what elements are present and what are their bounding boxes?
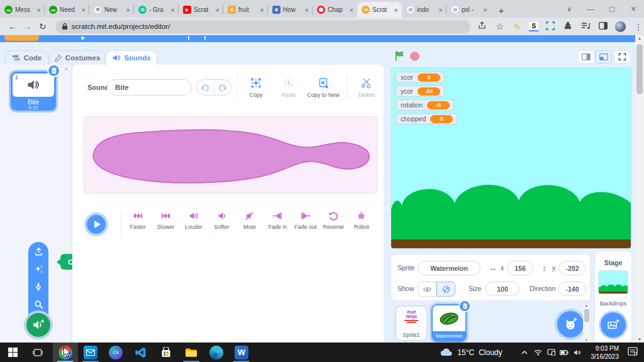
taskbar-store[interactable] [153, 343, 179, 362]
s-extension-icon[interactable]: S [529, 22, 538, 31]
new-tab-button[interactable]: + [494, 3, 509, 18]
delete-sprite-badge[interactable] [458, 300, 471, 312]
play-sound-button[interactable] [87, 215, 106, 234]
sprite-name-input[interactable] [418, 261, 480, 275]
forward-icon[interactable]: → [20, 21, 35, 31]
redo-icon[interactable] [214, 80, 231, 95]
sprite-y-input[interactable] [558, 261, 586, 275]
browser-tab-psl[interactable]: psl -× [447, 2, 491, 18]
faster-button[interactable]: Faster [124, 211, 152, 230]
close-icon[interactable]: × [348, 6, 355, 14]
close-icon[interactable]: × [438, 6, 444, 14]
browser-menu-icon[interactable]: ⋮ [633, 22, 644, 31]
tab-code[interactable]: Code [5, 50, 48, 65]
variable-rotation[interactable]: rotation-5 [396, 99, 454, 111]
browser-tab-youtube[interactable]: Scrat× [179, 2, 223, 18]
address-bar[interactable]: scratch.mit.edu/projects/editor/ [55, 20, 470, 33]
close-icon[interactable]: × [125, 6, 131, 14]
taskbar-canva[interactable]: Ca [103, 343, 128, 362]
reading-list-icon[interactable] [580, 22, 591, 31]
choose-sound-button[interactable] [26, 313, 50, 337]
reverse-button[interactable]: Reverse [319, 211, 347, 230]
stop-sign-icon[interactable] [410, 52, 419, 61]
share-icon[interactable] [477, 21, 488, 31]
tab-search-icon[interactable]: ∨ [558, 0, 580, 18]
close-icon[interactable]: × [393, 6, 399, 14]
extensions-puzzle-icon[interactable] [562, 21, 574, 32]
tray-chevron-icon[interactable] [519, 351, 531, 354]
taskbar-edge[interactable] [204, 343, 229, 362]
fullscreen-button[interactable] [614, 50, 630, 63]
back-icon[interactable]: ← [5, 21, 20, 31]
browser-tab-fruit[interactable]: fruit× [223, 2, 268, 18]
notification-center-icon[interactable] [628, 347, 638, 358]
taskbar-mail[interactable] [78, 343, 103, 362]
variable-chopped[interactable]: chopped0 [396, 113, 457, 124]
close-icon[interactable]: × [36, 6, 42, 14]
close-icon[interactable]: × [170, 6, 176, 14]
variable-ycor[interactable]: ycor-24 [396, 85, 445, 97]
highlighter-extension-icon[interactable]: ✎ [511, 22, 523, 31]
reload-icon[interactable]: ↻ [35, 21, 50, 31]
browser-tab-indo[interactable]: indo× [402, 2, 447, 18]
close-icon[interactable]: × [80, 6, 87, 14]
browser-tab-chap[interactable]: Chap× [313, 2, 357, 18]
tab-sounds[interactable]: Sounds [106, 50, 157, 65]
louder-button[interactable]: Louder [180, 211, 208, 230]
scrollbar-thumb[interactable] [636, 44, 643, 94]
stage[interactable]: xcor4 ycor-24 rotation-5 chopped0 [391, 68, 631, 248]
bookmark-star-icon[interactable]: ☆ [494, 21, 506, 31]
browser-tab-messages[interactable]: Mess× [0, 2, 45, 18]
add-sprite-button[interactable] [557, 311, 584, 337]
start-button[interactable] [0, 343, 25, 362]
close-icon[interactable]: × [214, 6, 221, 14]
task-view-button[interactable] [25, 343, 50, 362]
scroll-up-icon[interactable]: ▲ [64, 67, 68, 70]
maximize-button[interactable]: □ [601, 0, 623, 18]
small-stage-button[interactable] [578, 50, 594, 63]
sprite-item-watermelon-selected[interactable]: Watermelon [431, 304, 467, 342]
taskbar-clock[interactable]: 9:03 PM 3/16/2023 [591, 344, 619, 361]
softer-button[interactable]: Softer [208, 211, 235, 230]
taskbar-file-explorer[interactable] [179, 343, 204, 362]
stage-backdrop-panel[interactable]: Stage Backdrops [595, 251, 631, 343]
minimize-button[interactable]: — [580, 0, 601, 18]
taskbar-weather[interactable]: 15°C Cloudy [440, 348, 502, 357]
sprite-direction-input[interactable] [558, 282, 586, 296]
scroll-down-icon[interactable]: ▼ [635, 336, 644, 343]
close-icon[interactable]: × [304, 6, 310, 14]
copy-button[interactable]: Copy [240, 76, 272, 98]
surprise-sound-icon[interactable] [34, 265, 43, 274]
cast-display-icon[interactable] [545, 349, 557, 356]
screen-capture-extension-icon[interactable] [545, 21, 556, 32]
taskbar-vscode[interactable] [128, 343, 153, 362]
copy-to-new-button[interactable]: Copy to New [304, 76, 343, 98]
hide-sprite-button[interactable] [436, 282, 455, 297]
green-flag-icon[interactable] [394, 50, 405, 62]
sprite-x-input[interactable] [507, 261, 533, 275]
browser-tab-grammarly[interactable]: - Gra× [134, 2, 179, 18]
fade-in-button[interactable]: Fade in [264, 211, 291, 230]
sprite-list-scrollbar[interactable]: ▲▼ [583, 304, 590, 343]
sprite-size-input[interactable] [486, 282, 519, 296]
close-button[interactable]: × [623, 0, 644, 18]
sound-item-bite[interactable]: 1 Bite 0.37 [11, 72, 56, 111]
browser-tab-need[interactable]: Need× [45, 2, 89, 18]
close-icon[interactable]: × [259, 6, 265, 14]
mute-button[interactable]: Mute [236, 211, 264, 230]
undo-icon[interactable] [197, 80, 214, 95]
robot-button[interactable]: Robot [348, 211, 375, 230]
fade-out-button[interactable]: Fade out [292, 211, 319, 230]
slower-button[interactable]: Slower [152, 211, 179, 230]
waveform-canvas[interactable] [84, 116, 377, 194]
tab-costumes[interactable]: Costumes [49, 50, 105, 65]
page-scrollbar[interactable]: ▲ ▼ [635, 35, 644, 343]
volume-icon[interactable] [572, 349, 584, 356]
record-sound-microphone-icon[interactable] [34, 282, 43, 292]
variable-xcor[interactable]: xcor4 [396, 72, 445, 83]
normal-stage-button[interactable] [596, 50, 612, 63]
avatar[interactable] [615, 21, 626, 32]
scrollbar-thumb[interactable] [584, 309, 589, 322]
taskbar-word[interactable]: W [229, 343, 254, 362]
search-sound-icon[interactable] [34, 300, 43, 309]
